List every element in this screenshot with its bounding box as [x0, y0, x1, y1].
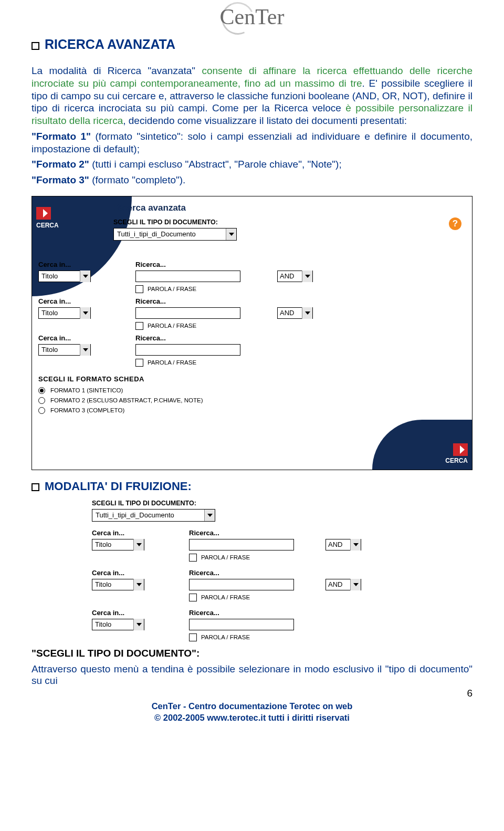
cerca-arrow-icon[interactable]: [453, 443, 468, 456]
ricerca-label: Ricerca...: [189, 569, 336, 577]
cerca-label: CERCA: [445, 457, 468, 464]
scegli-tipo-paragraph: Attraverso questo menù a tendina è possi…: [32, 663, 472, 687]
chevron-down-icon[interactable]: [302, 271, 312, 282]
parola-checkbox-2[interactable]: [135, 322, 143, 330]
section-modalita-title: MODALITA' DI FRUIZIONE:: [32, 480, 472, 493]
formato1-label: FORMATO 1 (SINTETICO): [50, 387, 123, 393]
parola-label: PAROLA / FRASE: [148, 286, 196, 292]
field-select-1[interactable]: Titolo: [38, 271, 91, 282]
logo: CenTer: [32, 0, 472, 29]
parola-label: PAROLA / FRASE: [148, 359, 196, 366]
chevron-down-icon[interactable]: [133, 539, 144, 550]
parola-label: PAROLA / FRASE: [148, 323, 196, 329]
screenshot-ricerca-avanzata: CERCA ? Ricerca avanzata SCEGLI IL TIPO …: [32, 196, 472, 470]
doc-type-value: Tutti_i_tipi_di_Documento: [96, 511, 174, 519]
doc-type-value: Tutti_i_tipi_di_Documento: [117, 230, 196, 238]
bool-select-1[interactable]: AND: [277, 271, 313, 282]
search-input-2b[interactable]: [189, 579, 294, 590]
page-footer: CenTer - Centro documentazione Terotec o…: [32, 700, 472, 724]
field-select-1b[interactable]: Titolo: [92, 539, 144, 550]
cerca-in-label: Cerca in...: [38, 297, 135, 305]
search-input-3[interactable]: [135, 344, 240, 356]
bool-select-2[interactable]: AND: [277, 307, 313, 319]
field-select-2b[interactable]: Titolo: [92, 579, 144, 590]
scegli-tipo-heading: "SCEGLI IL TIPO DI DOCUMENTO":: [32, 648, 472, 659]
logo-text: CenTer: [219, 5, 284, 29]
chevron-down-icon[interactable]: [80, 344, 90, 356]
radio-formato-1[interactable]: [38, 387, 45, 394]
parola-checkbox-2b[interactable]: [189, 594, 197, 601]
body-format2: "Formato 2" (tutti i campi escluso "Abst…: [32, 158, 472, 171]
cerca-label: CERCA: [36, 222, 59, 229]
bullet-icon: [32, 42, 39, 50]
search-input-2[interactable]: [135, 307, 240, 319]
parola-label: PAROLA / FRASE: [201, 554, 250, 560]
chevron-down-icon[interactable]: [133, 579, 144, 590]
body-format3: "Formato 3" (formato "completo").: [32, 174, 472, 186]
field-select-3b[interactable]: Titolo: [92, 619, 144, 630]
chevron-down-icon[interactable]: [302, 307, 312, 319]
radio-formato-2[interactable]: [38, 397, 45, 404]
section-ricerca-avanzata-title: RICERCA AVANZATA: [32, 37, 472, 52]
chevron-down-icon[interactable]: [80, 271, 90, 282]
parola-checkbox-1b[interactable]: [189, 554, 197, 562]
body-paragraph: La modalità di Ricerca "avanzata" consen…: [32, 65, 472, 127]
cerca-in-label: Cerca in...: [38, 261, 135, 268]
ricerca-label: Ricerca...: [135, 261, 282, 268]
bool-select-2b[interactable]: AND: [326, 579, 361, 590]
formato-heading: SCEGLI IL FORMATO SCHEDA: [38, 375, 203, 383]
search-input-1b[interactable]: [189, 539, 294, 550]
parola-checkbox-3b[interactable]: [189, 633, 197, 641]
parola-label: PAROLA / FRASE: [201, 594, 250, 600]
search-input-3b[interactable]: [189, 619, 294, 630]
body-format1: "Formato 1" (formato "sintetico": solo i…: [32, 130, 472, 155]
parola-label: PAROLA / FRASE: [201, 634, 250, 640]
field-select-2[interactable]: Titolo: [38, 307, 91, 319]
parola-checkbox-1[interactable]: [135, 285, 143, 293]
chevron-down-icon[interactable]: [350, 539, 361, 550]
cerca-arrow-icon[interactable]: [36, 207, 51, 220]
chevron-down-icon[interactable]: [80, 307, 90, 319]
page-number: 6: [32, 688, 472, 699]
bool-select-1b[interactable]: AND: [326, 539, 361, 550]
bullet-icon: [32, 483, 39, 491]
search-input-1[interactable]: [135, 271, 240, 282]
ricerca-label: Ricerca...: [189, 609, 336, 617]
chevron-down-icon[interactable]: [204, 510, 215, 521]
parola-checkbox-3[interactable]: [135, 359, 143, 367]
cerca-in-label: Cerca in...: [38, 334, 135, 342]
field-select-3[interactable]: Titolo: [38, 344, 91, 356]
doc-type-label: SCEGLI IL TIPO DI DOCUMENTO:: [113, 219, 466, 226]
ricerca-label: Ricerca...: [135, 334, 282, 342]
cerca-in-label: Cerca in...: [92, 609, 189, 617]
ricerca-label: Ricerca...: [135, 297, 282, 305]
radio-formato-3[interactable]: [38, 407, 45, 414]
doc-type-label: SCEGLI IL TIPO DI DOCUMENTO:: [92, 500, 428, 507]
cerca-in-label: Cerca in...: [92, 529, 189, 537]
chevron-down-icon[interactable]: [350, 579, 361, 590]
formato2-label: FORMATO 2 (ESCLUSO ABSTRACT, P.CHIAVE, N…: [50, 397, 203, 403]
screenshot-modalita: SCEGLI IL TIPO DI DOCUMENTO: Tutti_i_tip…: [92, 500, 428, 641]
chevron-down-icon[interactable]: [226, 228, 236, 240]
chevron-down-icon[interactable]: [133, 619, 144, 630]
ricerca-label: Ricerca...: [189, 529, 336, 537]
doc-type-select[interactable]: Tutti_i_tipi_di_Documento: [113, 228, 237, 241]
cerca-in-label: Cerca in...: [92, 569, 189, 577]
help-icon[interactable]: ?: [449, 217, 461, 230]
formato3-label: FORMATO 3 (COMPLETO): [50, 407, 124, 413]
form-title: Ricerca avanzata: [113, 203, 466, 213]
doc-type-select[interactable]: Tutti_i_tipi_di_Documento: [92, 509, 215, 522]
